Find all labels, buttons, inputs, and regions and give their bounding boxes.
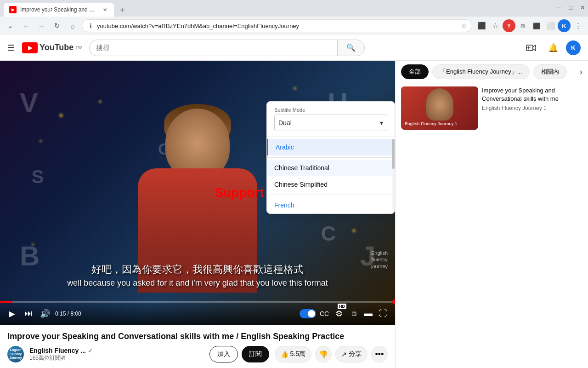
time-display: 0:15 / 8:00 [55, 310, 81, 317]
reload-btn[interactable]: ↻ [51, 19, 63, 32]
scrollbar-thumb [392, 139, 395, 169]
play-btn[interactable]: ▶ [6, 307, 18, 320]
subtitle-language-list: Arabic Chinese Traditional Chinese Simpl… [267, 139, 395, 213]
tab-favicon: ▶ [9, 6, 17, 13]
maximize-btn[interactable]: □ [565, 2, 576, 13]
subtitle-container: 好吧，因為你要求它，我很高興你喜歡這種格式 well because you a… [0, 263, 395, 288]
share-btn[interactable]: ↗ 分享 [335, 346, 368, 362]
below-video: Improve your Speaking and Conversational… [0, 325, 395, 368]
related-video-title: Improve your Speaking and Conversational… [482, 86, 582, 103]
channel-filter-btn[interactable]: 「English Fluency Journey」... [432, 64, 530, 79]
like-btn[interactable]: 👍 5.5萬 [275, 346, 311, 362]
cast-icon-btn[interactable]: ⬛ [530, 19, 543, 32]
related-filter-btn[interactable]: 相關內 [533, 64, 567, 79]
create-video-btn[interactable] [522, 39, 540, 57]
new-tab-btn[interactable]: + [116, 4, 129, 17]
lang-chinese-traditional[interactable]: Chinese Traditional [267, 160, 395, 176]
sidebar-arrow-btn[interactable]: › [580, 67, 582, 77]
settings-wrapper: ⚙ HD [333, 307, 345, 320]
subtitle-mode-label: Subtitle Mode [274, 107, 387, 113]
yt-logo-tm: TW [75, 45, 82, 50]
theater-btn[interactable]: ▬ [362, 307, 375, 320]
cast-btn[interactable]: ⬛ [475, 19, 488, 32]
tab-close-btn[interactable]: ✕ [101, 6, 108, 13]
subtitle-mode-select[interactable]: Dual ▾ [274, 115, 387, 131]
minimize-btn[interactable]: ─ [553, 2, 564, 13]
share-icon: ↗ [341, 351, 347, 358]
main-layout: V U B J S C Z P G [0, 61, 588, 368]
verified-badge: ✓ [88, 347, 93, 354]
join-btn[interactable]: 加入 [209, 346, 238, 362]
youtube-header: ☰ ▶ YouTube TW 🔍 🔔 K [0, 35, 588, 61]
fullscreen-btn[interactable]: ⛶ [377, 307, 390, 320]
lang-french[interactable]: French [267, 197, 395, 213]
next-btn[interactable]: ⏭ [22, 307, 35, 320]
subtitles-btn[interactable]: CC [318, 307, 331, 320]
extension-y-btn[interactable]: Y [503, 19, 515, 32]
more-options-btn[interactable]: ••• [371, 346, 388, 362]
video-player[interactable]: V U B J S C Z P G [0, 61, 395, 325]
subtitle-scrollbar[interactable] [392, 139, 395, 213]
notifications-btn[interactable]: 🔔 [544, 39, 562, 57]
subtitles-toggle[interactable] [300, 309, 316, 318]
search-button[interactable]: 🔍 [337, 40, 365, 56]
divider-2 [267, 157, 395, 158]
bg-letter-c: C [321, 222, 336, 246]
home-btn[interactable]: ⌂ [66, 19, 79, 32]
subscribe-btn[interactable]: 訂閱 [242, 346, 269, 362]
video-area: V U B J S C Z P G [0, 61, 395, 325]
browser-toolbar: ⌄ ← → ↻ ⌂ ℹ youtube.com/watch?v=aRBzYEn7… [0, 17, 588, 35]
dislike-icon: 👎 [319, 350, 328, 359]
all-filter-btn[interactable]: 全部 [401, 64, 429, 79]
browser-menu-btn[interactable]: ⋮ [571, 19, 584, 32]
address-bar[interactable]: ℹ youtube.com/watch?v=aRBzYEn7dhM&ab_cha… [82, 19, 472, 32]
youtube-logo[interactable]: ▶ YouTube TW [22, 42, 82, 53]
extensions-btn[interactable]: ⧈ [516, 19, 529, 32]
subtitle-divider [267, 137, 395, 137]
like-row: 👍 5.5萬 👎 ↗ 分享 ••• [275, 346, 388, 362]
search-bar: 🔍 [89, 40, 365, 56]
player-right-controls: CC ⚙ HD ⧈ ▬ ⛶ [300, 307, 390, 320]
like-count: 5.5萬 [290, 350, 305, 358]
related-thumb-img: English Fluency Journey 1 [401, 86, 478, 130]
channel-row: EnglishFluencyJourney English Fluency ..… [7, 346, 388, 362]
right-sidebar: 全部 「English Fluency Journey」... 相關內 › En… [395, 61, 588, 368]
subtitle-popup: Subtitle Mode Dual ▾ Arabic [266, 101, 395, 214]
related-video-item[interactable]: English Fluency Journey 1 Improve your S… [396, 83, 588, 133]
address-star-icon[interactable]: ☆ [461, 22, 467, 29]
channel-name[interactable]: English Fluency ... [29, 347, 86, 354]
lang-arabic[interactable]: Arabic [267, 139, 395, 155]
related-video-info: Improve your Speaking and Conversational… [482, 86, 582, 130]
bookmark-btn[interactable]: ☆ [489, 19, 502, 32]
related-video-thumb: English Fluency Journey 1 [401, 86, 478, 130]
browser-window: ▶ Improve your Speaking and C... ✕ + ─ □… [0, 0, 588, 35]
yt-menu-btn[interactable]: ☰ [7, 43, 15, 53]
volume-btn[interactable]: 🔊 [39, 307, 51, 320]
channel-avatar[interactable]: EnglishFluencyJourney [7, 346, 24, 362]
header-right: 🔔 K [522, 39, 581, 57]
split-btn[interactable]: ⬜ [544, 19, 557, 32]
back-btn[interactable]: ← [19, 19, 32, 32]
profile-btn[interactable]: K [558, 19, 571, 32]
search-input[interactable] [89, 40, 337, 56]
sidebar-header-row: 全部 「English Fluency Journey」... 相關內 › [396, 61, 588, 83]
share-label: 分享 [349, 350, 362, 358]
channel-name-row: English Fluency ... ✓ [29, 347, 204, 354]
user-avatar[interactable]: K [566, 40, 581, 55]
toggle-knob [308, 310, 315, 317]
miniplayer-btn[interactable]: ⧈ [347, 307, 360, 320]
subscriber-count: 165萬位訂閱者 [29, 354, 204, 362]
hd-badge: HD [338, 304, 346, 309]
dislike-btn[interactable]: 👎 [315, 346, 332, 362]
active-tab[interactable]: ▶ Improve your Speaking and C... ✕ [4, 3, 114, 17]
window-controls: ─ □ ✕ [553, 2, 588, 13]
forward-btn[interactable]: → [35, 19, 48, 32]
related-video-channel: English Fluency Journey 1 [482, 105, 582, 111]
divider-3 [267, 195, 395, 195]
subtitle-english: well because you asked for it and i'm ve… [9, 278, 386, 288]
settings-btn[interactable]: ⚙ [333, 307, 345, 320]
video-title: Improve your Speaking and Conversational… [7, 331, 388, 342]
lang-chinese-simplified[interactable]: Chinese Simplified [267, 176, 395, 193]
close-btn[interactable]: ✕ [577, 2, 588, 13]
dropdown-btn[interactable]: ⌄ [4, 19, 17, 32]
